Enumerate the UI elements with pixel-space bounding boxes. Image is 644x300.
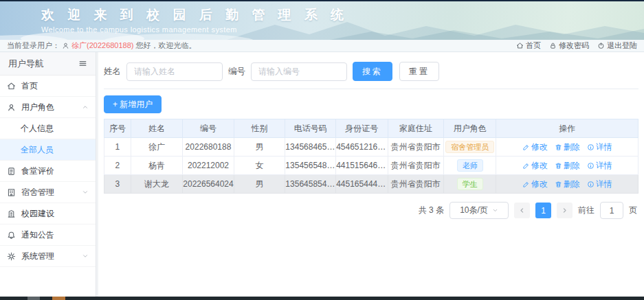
cell-address: 贵州省贵阳市	[388, 138, 444, 157]
sidebar-item-label: 用户角色	[21, 102, 54, 113]
page-size-select[interactable]: 10条/页	[449, 202, 509, 219]
add-user-button[interactable]: + 新增用户	[104, 95, 162, 113]
info-circle-icon	[587, 181, 595, 188]
sidebar-item-label: 宿舍管理	[21, 187, 54, 198]
sidebar-item-system-management[interactable]: 系统管理	[0, 246, 96, 267]
total-count: 共 3 条	[419, 205, 444, 216]
chevron-down-icon	[492, 207, 498, 214]
sidebar-item-canteen-review[interactable]: 食堂评价	[0, 161, 96, 182]
change-password-label: 修改密码	[559, 41, 589, 51]
detail-link[interactable]: 详情	[587, 178, 612, 190]
search-bar: 姓名 编号 搜索 重置	[104, 52, 639, 89]
document-icon	[7, 167, 16, 176]
taskbar-segment-gray	[27, 297, 40, 300]
sidebar-item-label: 全部人员	[21, 144, 54, 156]
next-page-button[interactable]	[557, 203, 573, 218]
info-circle-icon	[587, 143, 595, 151]
cell-actions: 修改删除详情	[496, 157, 639, 175]
cell-code: 202212002	[183, 157, 234, 175]
trash-icon	[555, 181, 562, 188]
role-tag: 学生	[457, 178, 483, 190]
current-user-name: 徐广(2022680188)	[71, 41, 134, 51]
cell-gender: 男	[234, 138, 285, 157]
sidebar-item-label: 校园建设	[21, 208, 54, 220]
table-row: 3 谢大龙 20226564024 男 13564585456 44516544…	[104, 175, 639, 194]
home-link[interactable]: 首页	[516, 41, 541, 51]
col-header-seq: 序号	[104, 119, 131, 138]
code-search-input[interactable]	[251, 62, 347, 81]
logout-label: 退出登陆	[607, 41, 637, 51]
greeting-text: 您好，欢迎光临。	[136, 41, 197, 51]
gear-icon	[7, 252, 16, 261]
home-icon	[7, 82, 16, 91]
user-icon	[7, 103, 16, 112]
trash-icon	[555, 162, 562, 170]
trash-icon	[555, 143, 562, 151]
table-row: 1 徐广 2022680188 男 13456846546 4546512165…	[104, 138, 639, 157]
chevron-left-icon	[519, 207, 525, 214]
col-header-address: 家庭住址	[388, 119, 444, 138]
cell-code: 20226564024	[183, 175, 234, 194]
edit-link[interactable]: 修改	[522, 141, 548, 153]
edit-pencil-icon	[522, 143, 530, 151]
sidebar-item-home[interactable]: 首页	[0, 76, 96, 97]
col-header-code: 编号	[183, 119, 234, 138]
edit-pencil-icon	[522, 162, 530, 170]
cell-idnumber: 44151564654...	[336, 157, 388, 175]
sidebar-item-label: 通知公告	[21, 229, 54, 241]
edit-link[interactable]: 修改	[522, 160, 548, 172]
col-header-actions: 操作	[496, 119, 639, 138]
search-button[interactable]: 搜索	[353, 62, 392, 81]
delete-link[interactable]: 删除	[555, 160, 580, 172]
sidebar-item-personal-info[interactable]: 个人信息	[0, 118, 96, 139]
table-header-row: 序号 姓名 编号 性别 电话号码 身份证号 家庭住址 用户角色 操作	[104, 119, 639, 138]
cell-name: 谢大龙	[131, 175, 182, 194]
prev-page-button[interactable]	[514, 203, 530, 218]
col-header-role: 用户角色	[444, 119, 496, 138]
detail-link[interactable]: 详情	[587, 141, 612, 153]
cell-gender: 女	[234, 157, 285, 175]
userbar: 当前登录用户： 徐广(2022680188) 您好，欢迎光临。 首页 修改密码 …	[0, 40, 644, 52]
sidebar-item-notices[interactable]: 通知公告	[0, 224, 96, 246]
sidebar-item-label: 首页	[21, 80, 38, 92]
col-header-gender: 性别	[234, 119, 285, 138]
current-user-info: 当前登录用户： 徐广(2022680188) 您好，欢迎光临。	[7, 41, 197, 51]
sidebar-item-label: 系统管理	[21, 251, 54, 262]
cell-actions: 修改删除详情	[496, 175, 639, 194]
sidebar-item-user-roles[interactable]: 用户角色	[0, 97, 96, 118]
reset-button[interactable]: 重置	[399, 62, 439, 81]
detail-link[interactable]: 详情	[587, 160, 612, 172]
name-search-input[interactable]	[126, 62, 223, 81]
delete-link[interactable]: 删除	[555, 141, 580, 153]
edit-link[interactable]: 修改	[522, 178, 548, 190]
sidebar-item-all-users[interactable]: 全部人员	[0, 139, 96, 161]
sidebar-item-label: 食堂评价	[21, 165, 54, 177]
cell-name: 杨青	[131, 157, 182, 175]
goto-page-input[interactable]	[600, 202, 623, 219]
change-password-link[interactable]: 修改密码	[549, 41, 589, 51]
building-icon	[7, 188, 16, 197]
page-number-button[interactable]: 1	[535, 203, 551, 218]
logout-link[interactable]: 退出登陆	[597, 41, 637, 51]
sidebar-title: 用户导航	[8, 58, 44, 70]
cell-gender: 男	[234, 175, 285, 194]
home-link-label: 首页	[526, 41, 541, 51]
sidebar-item-label: 个人信息	[21, 123, 54, 135]
delete-link[interactable]: 删除	[555, 178, 580, 190]
bottom-taskbar	[0, 297, 644, 300]
cell-role: 学生	[444, 175, 496, 194]
cell-idnumber: 44516544465...	[336, 175, 388, 194]
home-icon	[516, 42, 524, 49]
role-tag: 宿舍管理员	[445, 141, 494, 153]
table-row: 2 杨青 202212002 女 13545654858 44151564654…	[104, 157, 639, 175]
sidebar-menu: 首页 用户角色 个人信息 全部人员 食堂评价	[0, 76, 96, 267]
cell-seq: 1	[104, 138, 131, 157]
hamburger-icon[interactable]	[78, 59, 87, 68]
sidebar-item-dorm-management[interactable]: 宿舍管理	[0, 182, 96, 203]
user-table: 序号 姓名 编号 性别 电话号码 身份证号 家庭住址 用户角色 操作 1 徐广	[104, 119, 639, 194]
banner-text: 欢 迎 来 到 校 园 后 勤 管 理 系 统 Welcome to the c…	[41, 6, 348, 34]
power-icon	[597, 42, 605, 49]
userbar-links: 首页 修改密码 退出登陆	[516, 41, 637, 51]
sidebar-item-campus-construction[interactable]: 校园建设	[0, 203, 96, 224]
col-header-phone: 电话号码	[285, 119, 336, 138]
